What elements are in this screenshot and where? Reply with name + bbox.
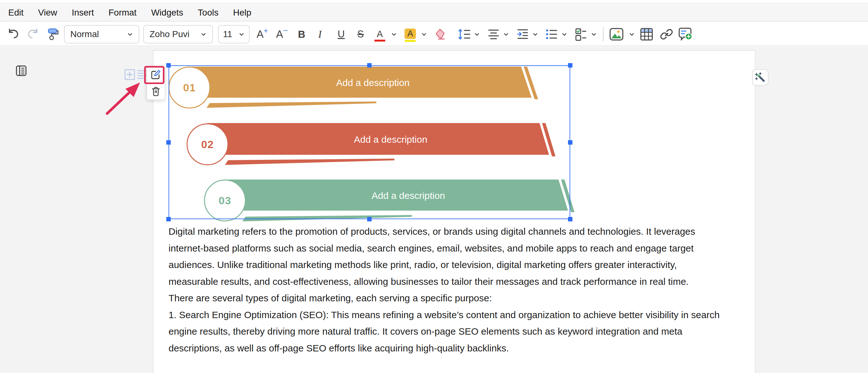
font-color-button[interactable]: A	[373, 22, 387, 46]
clear-format-button[interactable]	[432, 22, 449, 46]
body-text-line: audiences. Unlike traditional marketing …	[168, 257, 720, 274]
font-size-select[interactable]: 11	[218, 25, 250, 44]
widget-selection-border	[168, 65, 570, 219]
body-text-line: internet-based platforms such as social …	[168, 240, 720, 257]
increase-font-size-button[interactable]: A +	[254, 22, 271, 46]
font-family-value: Zoho Puvi	[150, 29, 189, 39]
font-color-dropdown[interactable]	[389, 22, 399, 46]
annotation-arrow	[101, 79, 146, 117]
menu-bar: EditViewInsertFormatWidgetsToolsHelp	[0, 4, 868, 22]
indent-icon	[516, 27, 530, 41]
body-text-line: Digital marketing refers to the promotio…	[168, 223, 720, 240]
selection-handle[interactable]	[166, 140, 171, 145]
body-text-line: engine results, thereby driving more nat…	[168, 323, 720, 340]
font-family-select[interactable]: Zoho Puvi	[143, 25, 213, 44]
insert-link-button[interactable]	[658, 22, 675, 46]
highlight-swatch: A	[405, 29, 416, 39]
align-dropdown[interactable]	[501, 22, 511, 46]
highlight-dropdown[interactable]	[419, 22, 429, 46]
toolbar: Normal Zoho Puvi 11 A + A − B I	[0, 22, 868, 46]
annotation-highlight-box	[144, 66, 164, 84]
redo-button[interactable]	[25, 22, 40, 46]
toolbar-divider	[603, 27, 603, 41]
bullet-list-icon	[544, 27, 559, 41]
window-top-strip	[0, 0, 868, 3]
chevron-down-icon	[503, 31, 509, 37]
align-center-icon	[486, 27, 501, 41]
link-icon	[659, 27, 674, 41]
selection-handle[interactable]	[367, 63, 372, 67]
menu-format[interactable]: Format	[108, 8, 136, 18]
undo-button[interactable]	[6, 22, 21, 46]
trash-icon	[151, 87, 161, 96]
comment-icon	[678, 27, 693, 42]
plus-mark: +	[264, 26, 268, 35]
list-button[interactable]	[543, 22, 560, 46]
menu-insert[interactable]: Insert	[71, 8, 94, 18]
menu-widgets[interactable]: Widgets	[151, 8, 183, 18]
font-size-value: 11	[223, 29, 232, 39]
bold-button[interactable]: B	[294, 22, 309, 46]
chevron-down-icon	[591, 31, 597, 37]
selection-handle[interactable]	[166, 63, 171, 67]
format-painter-button[interactable]	[45, 22, 61, 46]
chevron-down-icon	[391, 31, 397, 37]
line-spacing-dropdown[interactable]	[472, 22, 482, 46]
insert-table-button[interactable]	[638, 22, 655, 46]
editor-canvas: Add a description01Add a description02Ad…	[0, 47, 868, 373]
chevron-down-icon	[200, 31, 207, 37]
add-widget-item-button[interactable]	[124, 69, 135, 81]
line-spacing-button[interactable]	[456, 22, 473, 46]
chevron-down-icon	[474, 31, 480, 37]
chevron-down-icon	[421, 31, 427, 37]
body-text-line: measurable results, and cost-effectivene…	[168, 274, 720, 290]
menu-edit[interactable]: Edit	[8, 8, 24, 18]
font-color-bar	[374, 40, 385, 41]
insert-image-button[interactable]	[608, 22, 625, 46]
menu-help[interactable]: Help	[233, 8, 251, 18]
chevron-down-icon	[561, 31, 567, 37]
insert-comment-button[interactable]	[677, 22, 694, 46]
chevron-down-icon	[629, 31, 635, 37]
selection-handle[interactable]	[568, 217, 572, 221]
indent-dropdown[interactable]	[530, 22, 540, 46]
redo-icon	[26, 28, 40, 41]
body-text-line: 1. Search Engine Optimization (SEO): Thi…	[168, 307, 720, 323]
minus-mark: −	[283, 26, 288, 35]
menu-view[interactable]: View	[38, 8, 57, 18]
paragraph-style-value: Normal	[70, 29, 99, 39]
highlight-color-button[interactable]: A	[403, 22, 418, 46]
selection-handle[interactable]	[166, 217, 171, 221]
undo-icon	[7, 28, 20, 41]
insert-image-dropdown[interactable]	[627, 22, 637, 46]
checklist-icon	[574, 27, 588, 41]
indent-button[interactable]	[515, 22, 531, 46]
checklist-dropdown[interactable]	[589, 22, 598, 46]
highlight-color-bar	[405, 40, 415, 42]
selection-handle[interactable]	[367, 217, 372, 221]
chevron-down-icon	[239, 31, 245, 37]
image-icon	[609, 27, 624, 41]
arrow-icon	[101, 79, 146, 117]
checklist-button[interactable]	[572, 22, 589, 46]
underline-button[interactable]: U	[334, 22, 348, 46]
zoho-writer-window: EditViewInsertFormatWidgetsToolsHelp	[0, 0, 868, 373]
italic-button[interactable]: I	[313, 22, 327, 46]
list-dropdown[interactable]	[559, 22, 569, 46]
table-icon	[639, 27, 654, 41]
line-spacing-icon	[457, 27, 472, 41]
chevron-down-icon	[127, 31, 133, 37]
align-button[interactable]	[485, 22, 502, 46]
plus-square-icon	[124, 69, 135, 80]
menu-tools[interactable]: Tools	[198, 8, 218, 18]
strikethrough-button[interactable]: S	[353, 22, 368, 46]
paragraph-style-select[interactable]: Normal	[64, 25, 140, 44]
chevron-down-icon	[532, 31, 538, 37]
delete-widget-button[interactable]	[151, 83, 161, 99]
format-painter-icon	[46, 27, 61, 41]
document-body-text[interactable]: Digital marketing refers to the promotio…	[168, 223, 720, 356]
selection-handle[interactable]	[568, 140, 572, 145]
decrease-font-size-button[interactable]: A −	[274, 22, 290, 46]
body-text-line: There are several types of digital marke…	[168, 290, 720, 307]
selection-handle[interactable]	[568, 63, 572, 67]
